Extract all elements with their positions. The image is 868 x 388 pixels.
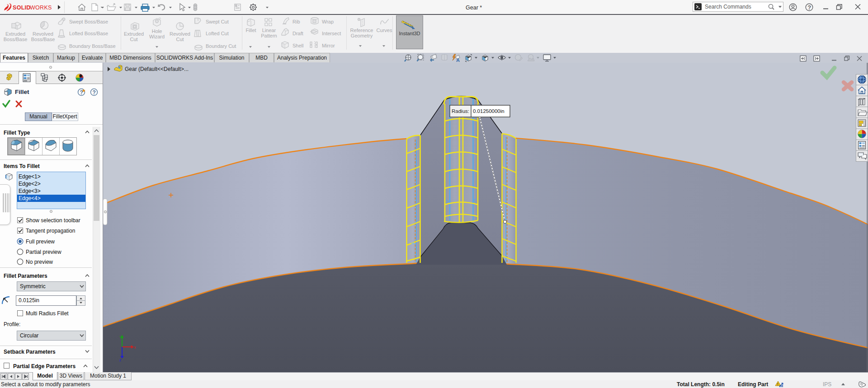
svg-text:?: ?: [808, 5, 811, 11]
svg-text:0.01250000in: 0.01250000in: [473, 108, 505, 114]
svg-text:Y: Y: [119, 335, 122, 340]
svg-text:!: !: [777, 382, 778, 386]
svg-text:?: ?: [93, 89, 96, 96]
svg-text:Gear (Default<<Default>...: Gear (Default<<Default>...: [125, 66, 189, 72]
svg-text:SOLID: SOLID: [13, 5, 31, 11]
svg-text:WORKS: WORKS: [30, 5, 52, 11]
svg-text:Radius:: Radius:: [452, 108, 469, 114]
svg-text:z: z: [119, 358, 122, 362]
svg-text:A: A: [456, 57, 460, 63]
svg-text:x: x: [134, 345, 136, 350]
